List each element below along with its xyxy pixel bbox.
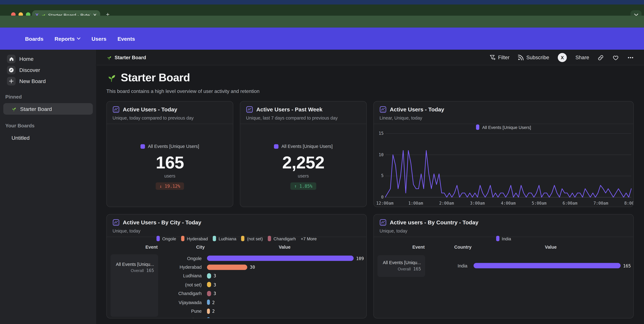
kpi-body: All Events [Unique Users] 2,252 users ↑ … <box>240 124 366 207</box>
legend: OngoleHyderabadLudhiana(not set)Chandiga… <box>107 236 366 241</box>
bar[interactable] <box>207 264 248 270</box>
share-button[interactable]: Share <box>576 55 589 60</box>
bar-row[interactable]: Pune2 <box>158 306 364 316</box>
x-tick-label: 1:00am <box>408 201 423 206</box>
bar[interactable] <box>207 308 210 314</box>
sidebar-item-discover[interactable]: Discover <box>3 64 93 76</box>
favorite-heart-icon[interactable] <box>612 55 619 60</box>
bar-category-label: Chandigarh <box>158 291 207 296</box>
divider <box>374 124 633 124</box>
card-active-users-past-week[interactable]: Active Users - Past Week Unique, last 7 … <box>240 101 367 207</box>
bar-value: 30 <box>250 264 255 270</box>
bar-category-label: Ludhiana <box>158 274 207 278</box>
more-options-icon[interactable]: ••• <box>628 55 634 60</box>
browser-tab-bar: X Starter Board - ByteXL Tec ✕ + <box>0 4 644 16</box>
legend-chip <box>268 236 271 241</box>
bar-value: 3 <box>214 274 216 278</box>
bar-row[interactable]: (not set)3 <box>158 280 364 289</box>
subscribe-button[interactable]: Subscribe <box>518 55 549 60</box>
bar-row[interactable]: Mathura2 <box>158 316 364 318</box>
breadcrumb[interactable]: Starter Board <box>106 50 146 65</box>
column-header-city: City <box>196 244 205 249</box>
legend-label: Ongole <box>162 236 176 241</box>
delta-badge: ↓ 19.12% <box>156 182 184 190</box>
compass-icon <box>7 66 16 74</box>
kpi-unit: users <box>107 173 233 178</box>
nav-events[interactable]: Events <box>118 36 135 42</box>
legend-item[interactable]: Ludhiana <box>213 236 236 241</box>
bar[interactable] <box>207 273 211 278</box>
bar[interactable] <box>207 291 211 296</box>
bar-value: 2 <box>212 318 215 318</box>
seedling-icon <box>106 55 112 60</box>
y-tick-label: 0 <box>381 195 384 199</box>
card-subtitle: Unique, today <box>380 228 407 233</box>
bar[interactable] <box>207 317 210 318</box>
legend-item[interactable]: Chandigarh <box>268 236 296 241</box>
bar-row[interactable]: Ludhiana3 <box>158 272 364 280</box>
bar-category-label: Hyderabad <box>158 264 207 270</box>
column-header-country: Country <box>454 244 472 249</box>
copy-link-icon[interactable] <box>598 54 604 60</box>
board-actions: Filter Subscribe X Share ••• <box>490 50 634 65</box>
card-active-users-today[interactable]: Active Users - Today Unique, today compa… <box>106 101 233 207</box>
column-header-value: Value <box>545 244 556 249</box>
nav-boards[interactable]: Boards <box>25 36 44 42</box>
sidebar-item-starter-board[interactable]: Starter Board <box>3 103 93 114</box>
legend-item[interactable]: (not set) <box>241 236 263 241</box>
card-subtitle: Unique, today <box>112 228 140 233</box>
x-tick-label: 8:00am <box>624 201 634 206</box>
bar-row[interactable]: Hyderabad30 <box>158 263 364 272</box>
bar-row[interactable]: India165 <box>425 261 631 270</box>
bar-row[interactable]: Chandigarh3 <box>158 289 364 298</box>
sidebar-item-untitled[interactable]: Untitled <box>3 132 93 143</box>
bar[interactable] <box>207 256 354 261</box>
bar-category-label: India <box>425 263 474 268</box>
bar-rows: India165 <box>425 261 631 270</box>
legend-label: (not set) <box>247 236 263 241</box>
bar[interactable] <box>474 263 621 268</box>
bar-value: 109 <box>356 256 364 261</box>
x-axis-labels: 12:00am1:00am2:00am3:00am4:00am5:00am6:0… <box>385 201 632 206</box>
bar-row[interactable]: Ongole109 <box>158 254 364 263</box>
bar[interactable] <box>207 282 211 287</box>
x-tick-label: 6:00am <box>562 201 578 206</box>
card-active-users-by-country[interactable]: Active users - By Country - Today Unique… <box>373 214 634 318</box>
card-active-users-by-city[interactable]: Active Users - By City - Today Unique, t… <box>106 214 367 318</box>
y-tick-label: 15 <box>379 131 384 136</box>
report-icon <box>380 219 386 226</box>
report-icon <box>380 106 386 113</box>
sidebar-item-home[interactable]: Home <box>3 54 93 64</box>
x-tick-label: 3:00am <box>470 201 485 206</box>
sidebar-item-new-board[interactable]: New Board <box>3 76 93 87</box>
board-main: Starter Board Filter Subscribe X Share <box>96 50 644 324</box>
legend-label: Hyderabad <box>187 236 208 241</box>
legend-item[interactable]: Hyderabad <box>181 236 208 241</box>
legend-more[interactable]: +7 More <box>301 236 317 241</box>
collaborator-avatar[interactable]: X <box>558 53 567 62</box>
legend-chip <box>496 236 499 241</box>
bar[interactable] <box>207 300 210 305</box>
kpi-value: 165 <box>107 153 233 172</box>
column-header-value: Value <box>279 244 290 249</box>
card-active-users-line-chart[interactable]: Active Users - Today Linear, Unique, tod… <box>373 101 634 207</box>
x-tick-label: 2:00am <box>439 201 454 206</box>
nav-reports[interactable]: Reports <box>54 36 80 42</box>
line-chart[interactable] <box>385 132 632 199</box>
card-title: Active Users - By City - Today <box>123 219 201 226</box>
legend-item[interactable]: India <box>496 236 511 241</box>
event-cell[interactable]: All Events [Uniqu... Overall 165 <box>378 255 425 277</box>
legend-item[interactable]: Ongole <box>156 236 176 241</box>
nav-users[interactable]: Users <box>92 36 106 42</box>
bar-row[interactable]: Vijayawada2 <box>158 298 364 306</box>
app-top-nav: X Boards Reports Users Events ? ByteXL T… <box>0 28 644 50</box>
legend-chip <box>274 144 278 148</box>
filter-button[interactable]: Filter <box>490 55 510 60</box>
chevron-down-icon <box>77 38 80 40</box>
legend-chip <box>181 236 184 241</box>
bar-category-label: Vijayawada <box>158 300 207 304</box>
home-icon <box>7 55 16 63</box>
card-title: Active Users - Past Week <box>256 106 322 112</box>
legend: All Events [Unique Users] <box>274 144 333 149</box>
event-cell[interactable]: All Events [Uniqu... Overall 165 <box>110 254 158 317</box>
